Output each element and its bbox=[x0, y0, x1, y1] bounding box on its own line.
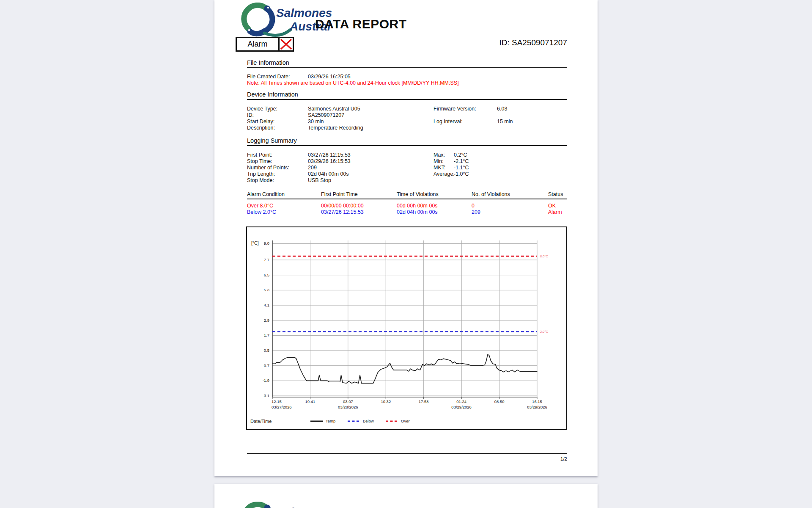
logging-row-label: Number of Points: bbox=[247, 165, 289, 171]
y-tick-label: 2.9 bbox=[264, 318, 269, 323]
legend-label: Below bbox=[363, 419, 374, 423]
threshold-label: 2.0°C bbox=[540, 330, 548, 334]
y-tick-label: -1.9 bbox=[263, 378, 269, 383]
y-tick-label: 0.5 bbox=[264, 348, 269, 353]
y-tick-label: 7.7 bbox=[264, 257, 269, 262]
x-tick-time: 08:50 bbox=[494, 399, 505, 404]
x-tick-time: 19:41 bbox=[305, 399, 315, 404]
section-logging-summary: Logging Summary First Point:03/27/26 12:… bbox=[247, 137, 567, 186]
report-id-value: SA2509071207 bbox=[512, 38, 567, 47]
alarm-table-header: No. of Violations bbox=[472, 191, 510, 197]
device-row-value: Salmones Austral U05 bbox=[308, 106, 360, 112]
logging-row-label: Stop Mode: bbox=[247, 177, 274, 183]
logo2-text-line1: Salmones bbox=[276, 505, 332, 508]
device-row-rlabel: Log Interval: bbox=[433, 119, 463, 124]
x-tick-time: 03:07 bbox=[343, 399, 353, 404]
alarm-conditions-table: Alarm ConditionFirst Point TimeTime of V… bbox=[247, 191, 567, 219]
x-axis-title: Date/Time bbox=[250, 419, 272, 424]
alarm-time-violations: 00d 00h 00m 00s bbox=[397, 203, 438, 209]
alarm-first-point: 03/27/26 12:15:53 bbox=[321, 209, 364, 215]
alarm-first-point: 00/00/00 00:00:00 bbox=[321, 203, 364, 209]
logging-row-rvalue: -1.0°C bbox=[454, 171, 469, 177]
alarm-table-header: Status bbox=[548, 191, 563, 197]
x-tick-date: 03/27/2026 bbox=[272, 405, 292, 409]
y-tick-label: -0.7 bbox=[263, 363, 269, 368]
logging-row-rvalue: -1.1°C bbox=[454, 165, 469, 171]
report-page-1: Salmones Austral DATA REPORT Alarm ID: S… bbox=[214, 0, 598, 476]
logging-row-value: 03/29/26 16:15:53 bbox=[308, 158, 351, 164]
page-number: 1/2 bbox=[560, 456, 567, 461]
logging-row-value: 209 bbox=[308, 165, 317, 171]
info-row: Stop Mode:USB Stop bbox=[247, 177, 567, 184]
page-title: DATA REPORT bbox=[315, 17, 407, 31]
device-row-rlabel: Firmware Version: bbox=[433, 106, 476, 112]
info-row: Device Type:Salmones Austral U05Firmware… bbox=[247, 106, 567, 112]
logging-row-rlabel: MKT: bbox=[433, 165, 445, 171]
report-id-label: ID: bbox=[499, 38, 509, 47]
info-row: First Point:03/27/26 12:15:53Max:0.2°C bbox=[247, 152, 567, 158]
device-row-label: ID: bbox=[247, 112, 254, 118]
threshold-label: 8.0°C bbox=[540, 254, 548, 258]
alarm-table-underline bbox=[247, 199, 567, 199]
x-tick-time: 17:58 bbox=[419, 399, 429, 404]
logging-row-value: 03/27/26 12:15:53 bbox=[308, 152, 351, 158]
y-tick-label: 9.0 bbox=[264, 241, 269, 246]
fish-emblem-icon bbox=[244, 5, 272, 33]
report-page-2: Salmones bbox=[214, 484, 598, 508]
logging-row-rvalue: -2.1°C bbox=[454, 158, 469, 164]
info-row: File Created Date:03/29/26 16:25:05 bbox=[247, 74, 567, 80]
x-tick-time: 01:24 bbox=[456, 399, 466, 404]
temperature-chart-plot: 9.07.76.55.34.12.91.70.5-0.7-1.9-3.1[°C]… bbox=[247, 227, 566, 429]
info-row: Start Delay:30 minLog Interval:15 min bbox=[247, 119, 567, 125]
device-row-value: 30 min bbox=[308, 119, 324, 124]
info-row: Trip Length:02d 04h 00m 00sAverage:-1.0°… bbox=[247, 171, 567, 177]
device-row-value: SA2509071207 bbox=[308, 112, 344, 118]
alarm-time-violations: 02d 04h 00m 00s bbox=[397, 209, 438, 215]
device-row-label: Device Type: bbox=[247, 106, 277, 112]
alarm-label: Alarm bbox=[237, 38, 280, 50]
x-tick-date: 03/29/2026 bbox=[527, 405, 547, 409]
file-created-label: File Created Date: bbox=[247, 74, 290, 80]
alarm-condition: Below 2.0°C bbox=[247, 209, 276, 215]
info-row: Below 2.0°C03/27/26 12:15:5302d 04h 00m … bbox=[247, 209, 567, 215]
legend-label: Temp bbox=[326, 419, 335, 423]
info-row: Stop Time:03/29/26 16:15:53Min:-2.1°C bbox=[247, 158, 567, 165]
device-information-heading: Device Information bbox=[247, 91, 567, 100]
y-tick-label: 6.5 bbox=[264, 273, 269, 277]
alarm-num-violations: 0 bbox=[472, 203, 475, 209]
alarm-table-header: First Point Time bbox=[321, 191, 358, 197]
logging-row-rlabel: Average: bbox=[433, 171, 455, 177]
alarm-status-box: Alarm bbox=[236, 37, 294, 52]
y-tick-label: 5.3 bbox=[264, 287, 269, 292]
info-row: Number of Points:209MKT:-1.1°C bbox=[247, 165, 567, 171]
alarm-table-header: Alarm Condition bbox=[247, 191, 285, 197]
temp-series-line bbox=[272, 354, 537, 383]
device-row-label: Description: bbox=[247, 125, 275, 131]
viewer-background: Salmones Austral DATA REPORT Alarm ID: S… bbox=[0, 0, 812, 508]
info-row: Description:Temperature Recording bbox=[247, 125, 567, 131]
y-tick-label: 4.1 bbox=[264, 303, 269, 307]
info-row: Over 8.0°C00/00/00 00:00:0000d 00h 00m 0… bbox=[247, 203, 567, 209]
section-device-information: Device Information Device Type:Salmones … bbox=[247, 91, 567, 134]
file-information-heading: File Information bbox=[247, 59, 567, 68]
info-row: Note: All Times shown are based on UTC-4… bbox=[247, 80, 567, 86]
logging-row-value: USB Stop bbox=[308, 177, 331, 183]
device-row-label: Start Delay: bbox=[247, 119, 274, 124]
x-tick-date: 03/28/2026 bbox=[338, 405, 358, 409]
device-row-rvalue: 6.03 bbox=[497, 106, 507, 112]
alarm-table-header: Time of Violations bbox=[397, 191, 439, 197]
red-x-icon bbox=[280, 38, 293, 50]
alarm-condition: Over 8.0°C bbox=[247, 203, 273, 209]
logging-row-rlabel: Min: bbox=[433, 158, 444, 164]
alarm-checkbox bbox=[280, 38, 293, 50]
logging-row-rvalue: 0.2°C bbox=[454, 152, 467, 158]
section-file-information: File Information File Created Date:03/29… bbox=[247, 59, 567, 90]
logging-summary-heading: Logging Summary bbox=[247, 137, 567, 146]
alarm-status: OK bbox=[548, 203, 556, 209]
logging-row-rlabel: Max: bbox=[433, 152, 445, 158]
alarm-status: Alarm bbox=[548, 209, 562, 215]
x-tick-time: 10:32 bbox=[381, 399, 391, 404]
report-id: ID: SA2509071207 bbox=[499, 38, 567, 47]
device-row-value: Temperature Recording bbox=[308, 125, 363, 131]
y-tick-label: -3.1 bbox=[263, 393, 269, 398]
